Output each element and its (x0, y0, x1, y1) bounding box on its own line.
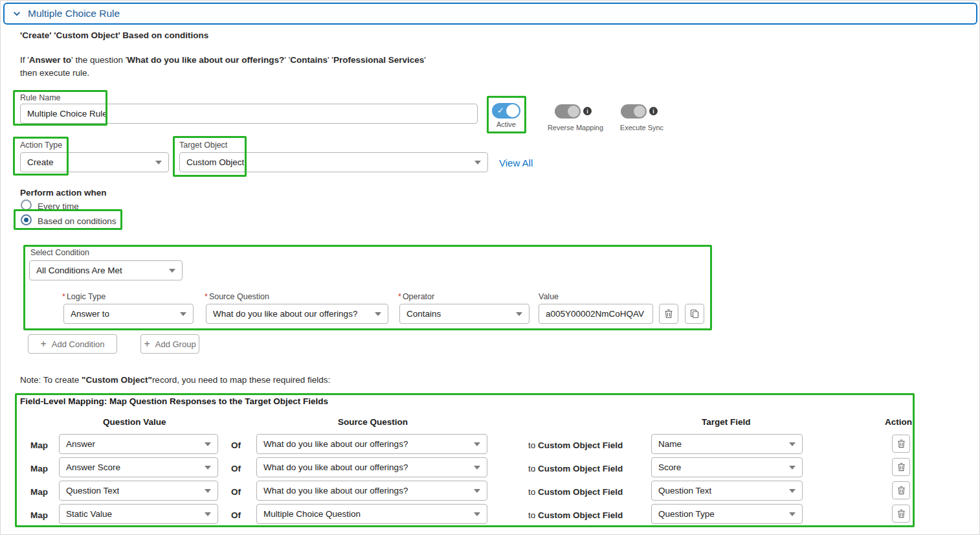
question-value: Answer Score (66, 462, 120, 472)
delete-row-button-row4[interactable] (892, 505, 910, 523)
target-field-select-row1[interactable]: Name (651, 434, 803, 454)
object-name-text: Custom Object (538, 440, 600, 450)
active-toggle[interactable]: ✓ (492, 103, 520, 119)
summary-text: ' ' (328, 55, 333, 65)
of-label: Of (231, 509, 241, 522)
copy-icon (690, 309, 699, 319)
question-value: Answer (66, 439, 95, 449)
chevron-down-icon (375, 312, 381, 316)
add-group-button[interactable]: + Add Group (140, 334, 199, 354)
mapping-note: Note: To create "Custom Object"record, y… (20, 374, 330, 387)
chevron-down-icon (474, 489, 480, 493)
field-text: Field (603, 440, 623, 450)
delete-row-button-row2[interactable] (892, 458, 910, 476)
summary-text: ' ' (284, 55, 290, 65)
question-value: Question Text (66, 486, 119, 495)
delete-condition-button[interactable] (659, 304, 678, 324)
add-group-label: Add Group (155, 339, 196, 349)
execute-sync-toggle[interactable] (621, 104, 647, 119)
select-condition-value: All Conditions Are Met (36, 266, 122, 275)
chevron-down-icon (205, 489, 211, 493)
summary-logic: Answer to (29, 55, 71, 65)
map-label: Map (30, 462, 48, 475)
logic-type-select[interactable]: Answer to (63, 304, 194, 324)
summary-text: ' the question ' (71, 55, 127, 65)
chevron-down-icon (205, 466, 211, 470)
action-type-value: Create (27, 157, 54, 167)
note-object-name: "Custom Object" (82, 375, 152, 385)
toggle-knob (506, 104, 519, 117)
delete-row-button-row1[interactable] (892, 435, 910, 453)
source-question-select-row4[interactable]: Multiple Choice Question (256, 504, 487, 524)
based-on-conditions-radio[interactable] (21, 214, 32, 225)
to-object-field-text: to Custom Object Field (528, 439, 623, 452)
select-condition-select[interactable]: All Conditions Are Met (29, 260, 183, 280)
target-field-value: Score (658, 462, 681, 472)
operator-label: *Operator (398, 292, 434, 301)
to-text: to (528, 487, 535, 497)
collapse-chevron-icon[interactable] (12, 9, 21, 18)
rule-summary-line2: If 'Answer to' the question 'What do you… (20, 54, 426, 67)
plus-icon: + (144, 339, 150, 349)
source-question-label: *Source Question (205, 292, 269, 301)
target-field-select-row3[interactable]: Question Text (651, 481, 803, 501)
target-field-select-row2[interactable]: Score (651, 457, 803, 477)
value-label: Value (539, 292, 559, 301)
target-object-select[interactable]: Custom Object (179, 152, 488, 172)
section-header[interactable]: Multiple Choice Rule (3, 3, 977, 25)
rule-config-page: Multiple Choice Rule 'Create' 'Custom Ob… (0, 0, 980, 535)
source-question-select-row2[interactable]: What do you like about our offerings? (256, 457, 487, 477)
logic-type-value: Answer to (71, 309, 109, 319)
object-name-text: Custom Object (538, 487, 600, 497)
reverse-mapping-toggle[interactable] (555, 104, 581, 119)
chevron-down-icon (180, 312, 186, 316)
to-object-field-text: to Custom Object Field (528, 509, 623, 522)
target-field-select-row4[interactable]: Question Type (651, 504, 803, 524)
condition-value-input[interactable] (539, 304, 653, 324)
view-all-link[interactable]: View All (499, 157, 533, 168)
source-question-value: What do you like about our offerings? (263, 486, 408, 495)
delete-row-button-row3[interactable] (892, 481, 910, 499)
source-question-select-row1[interactable]: What do you like about our offerings? (256, 434, 487, 454)
chevron-down-icon (474, 161, 481, 165)
rule-summary-line3: then execute rule. (20, 67, 89, 80)
reverse-mapping-info-icon[interactable]: i (583, 107, 592, 115)
operator-select[interactable]: Contains (399, 304, 529, 324)
to-object-field-text: to Custom Object Field (528, 486, 623, 499)
target-object-label: Target Object (179, 141, 227, 150)
trash-icon (664, 309, 673, 319)
field-text: Field (603, 510, 623, 520)
active-toggle-label: Active (489, 120, 523, 128)
source-question-value: What do you like about our offerings? (263, 462, 408, 472)
operator-value: Contains (406, 309, 441, 319)
summary-operator: Contains (290, 55, 328, 65)
source-question-select-row3[interactable]: What do you like about our offerings? (256, 481, 487, 501)
execute-sync-info-icon[interactable]: i (649, 107, 658, 115)
execute-sync-label: Execute Sync (614, 124, 669, 131)
source-question-value: What do you like about our offerings? (263, 439, 408, 449)
action-type-select[interactable]: Create (20, 152, 169, 172)
perform-action-label: Perform action when (20, 187, 107, 199)
question-value: Static Value (66, 509, 112, 519)
question-value-select-row1[interactable]: Answer (59, 434, 218, 454)
question-value-select-row3[interactable]: Question Text (59, 481, 218, 501)
action-type-label: Action Type (20, 141, 62, 150)
object-name-text: Custom Object (538, 510, 600, 520)
operator-label-text: Operator (403, 292, 434, 301)
copy-condition-button[interactable] (685, 304, 704, 324)
add-condition-button[interactable]: + Add Condition (28, 334, 117, 354)
of-label: Of (231, 439, 241, 452)
plus-icon: + (40, 339, 46, 349)
chevron-down-icon (205, 442, 211, 446)
to-text: to (528, 440, 535, 450)
question-value-select-row2[interactable]: Answer Score (59, 457, 218, 477)
column-header-source-question: Source Question (338, 417, 408, 427)
summary-value: Professional Services (333, 55, 424, 65)
question-value-select-row4[interactable]: Static Value (59, 504, 218, 524)
every-time-radio[interactable] (21, 199, 32, 211)
source-question-select[interactable]: What do you like about our offerings? (206, 304, 388, 324)
object-name-text: Custom Object (538, 464, 600, 473)
rule-summary-line1: 'Create' 'Custom Object' Based on condit… (20, 29, 208, 42)
rule-name-input[interactable] (20, 104, 478, 124)
chevron-down-icon (155, 161, 162, 165)
